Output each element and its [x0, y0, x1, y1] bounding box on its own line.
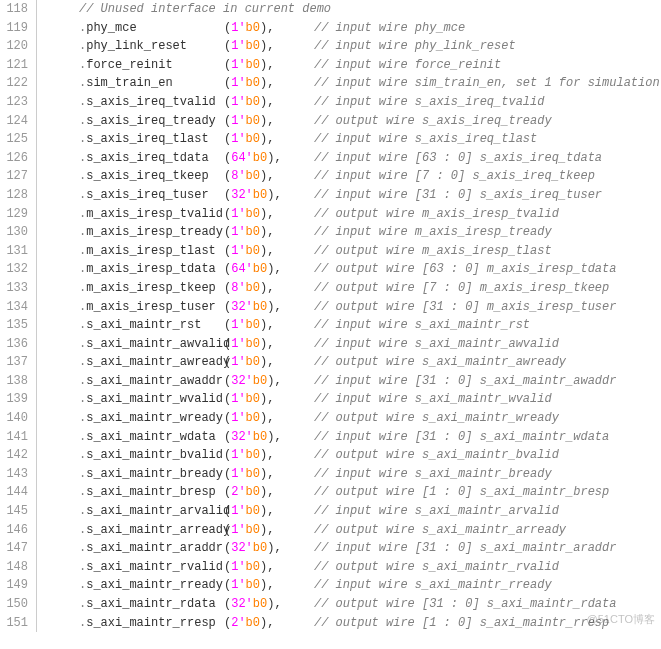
code-line: .s_axi_maintr_awready(1'b0),// output wi…: [41, 353, 661, 372]
literal-value: b0: [246, 411, 260, 425]
literal-value: b0: [246, 504, 260, 518]
comment: // input wire s_axi_maintr_wvalid: [314, 392, 552, 406]
line-number: 132: [0, 260, 28, 279]
port-name: s_axi_maintr_wvalid: [86, 390, 223, 409]
line-number: 146: [0, 521, 28, 540]
code-line: .s_axi_maintr_bresp(2'b0),// output wire…: [41, 483, 661, 502]
code-line: .s_axis_ireq_tready(1'b0),// output wire…: [41, 112, 661, 131]
comment: // output wire m_axis_iresp_tvalid: [314, 207, 559, 221]
line-number: 130: [0, 223, 28, 242]
literal-width: 64: [231, 151, 245, 165]
line-number: 129: [0, 205, 28, 224]
line-number: 126: [0, 149, 28, 168]
comment: // input wire s_axi_maintr_awvalid: [314, 337, 559, 351]
code-line: .s_axi_maintr_bvalid(1'b0),// output wir…: [41, 446, 661, 465]
literal-value: b0: [246, 132, 260, 146]
literal-width: 32: [231, 374, 245, 388]
comment: // output wire [31 : 0] s_axi_maintr_rda…: [314, 597, 616, 611]
code-line: .s_axi_maintr_rst(1'b0),// input wire s_…: [41, 316, 661, 335]
line-number: 123: [0, 93, 28, 112]
port-name: s_axi_maintr_bresp: [86, 483, 216, 502]
comment: // input wire s_axi_maintr_rst: [314, 318, 530, 332]
code-line: .s_axi_maintr_bready(1'b0),// input wire…: [41, 465, 661, 484]
line-number: 144: [0, 483, 28, 502]
line-number: 120: [0, 37, 28, 56]
literal-value: b0: [246, 95, 260, 109]
comment: // output wire [7 : 0] m_axis_iresp_tkee…: [314, 281, 609, 295]
literal-value: b0: [253, 262, 267, 276]
code-line: .m_axis_iresp_tready(1'b0),// input wire…: [41, 223, 661, 242]
port-name: phy_mce: [86, 19, 136, 38]
line-number: 143: [0, 465, 28, 484]
code-line: .s_axis_ireq_tuser(32'b0),// input wire …: [41, 186, 661, 205]
code-line: .s_axi_maintr_awaddr(32'b0),// input wir…: [41, 372, 661, 391]
line-number: 147: [0, 539, 28, 558]
code-line: .s_axi_maintr_wvalid(1'b0),// input wire…: [41, 390, 661, 409]
code-line: .s_axi_maintr_rready(1'b0),// input wire…: [41, 576, 661, 595]
literal-value: b0: [246, 560, 260, 574]
port-name: s_axi_maintr_awaddr: [86, 372, 223, 391]
literal-value: b0: [246, 578, 260, 592]
line-number: 128: [0, 186, 28, 205]
line-number: 122: [0, 74, 28, 93]
code-line: .s_axi_maintr_arvalid(1'b0),// input wir…: [41, 502, 661, 521]
literal-value: b0: [246, 467, 260, 481]
comment: // input wire m_axis_iresp_tready: [314, 225, 552, 239]
port-name: m_axis_iresp_tvalid: [86, 205, 223, 224]
comment: // output wire [1 : 0] s_axi_maintr_rres…: [314, 616, 609, 630]
line-number: 140: [0, 409, 28, 428]
literal-value: b0: [246, 58, 260, 72]
comment: // output wire s_axis_ireq_tready: [314, 114, 552, 128]
port-name: m_axis_iresp_tkeep: [86, 279, 216, 298]
literal-width: 32: [231, 597, 245, 611]
comment: // input wire s_axis_ireq_tvalid: [314, 95, 544, 109]
code-line: .s_axi_maintr_wready(1'b0),// output wir…: [41, 409, 661, 428]
literal-value: b0: [246, 392, 260, 406]
literal-value: b0: [246, 281, 260, 295]
literal-value: b0: [246, 337, 260, 351]
port-name: s_axi_maintr_awvalid: [86, 335, 230, 354]
line-number: 121: [0, 56, 28, 75]
literal-value: b0: [246, 21, 260, 35]
port-name: s_axi_maintr_bvalid: [86, 446, 223, 465]
port-name: s_axi_maintr_arvalid: [86, 502, 230, 521]
port-name: phy_link_reset: [86, 37, 187, 56]
line-number: 118: [0, 0, 28, 19]
comment: // input wire [31 : 0] s_axi_maintr_awad…: [314, 374, 616, 388]
line-number: 141: [0, 428, 28, 447]
code-line: .m_axis_iresp_tlast(1'b0),// output wire…: [41, 242, 661, 261]
comment: // output wire [1 : 0] s_axi_maintr_bres…: [314, 485, 609, 499]
comment: // output wire [63 : 0] m_axis_iresp_tda…: [314, 262, 616, 276]
code-line: .phy_mce(1'b0),// input wire phy_mce: [41, 19, 661, 38]
literal-value: b0: [253, 300, 267, 314]
literal-value: b0: [253, 597, 267, 611]
port-name: s_axis_ireq_tvalid: [86, 93, 216, 112]
port-name: s_axi_maintr_rready: [86, 576, 223, 595]
code-area: // Unused interface in current demo.phy_…: [37, 0, 661, 632]
literal-value: b0: [246, 114, 260, 128]
port-name: s_axi_maintr_rdata: [86, 595, 216, 614]
literal-value: b0: [246, 485, 260, 499]
line-number: 119: [0, 19, 28, 38]
port-name: s_axi_maintr_arready: [86, 521, 230, 540]
line-number: 151: [0, 614, 28, 633]
port-name: force_reinit: [86, 56, 172, 75]
literal-value: b0: [246, 355, 260, 369]
comment: // output wire s_axi_maintr_arready: [314, 523, 566, 537]
literal-width: 32: [231, 430, 245, 444]
code-line: .s_axi_maintr_rresp(2'b0),// output wire…: [41, 614, 661, 633]
comment: // input wire [31 : 0] s_axis_ireq_tuser: [314, 188, 602, 202]
code-line: .s_axi_maintr_rvalid(1'b0),// output wir…: [41, 558, 661, 577]
code-line: // Unused interface in current demo: [41, 0, 661, 19]
literal-value: b0: [253, 188, 267, 202]
comment: // input wire [31 : 0] s_axi_maintr_arad…: [314, 541, 616, 555]
code-line: .s_axis_ireq_tvalid(1'b0),// input wire …: [41, 93, 661, 112]
literal-value: b0: [246, 76, 260, 90]
code-line: .force_reinit(1'b0),// input wire force_…: [41, 56, 661, 75]
line-number: 124: [0, 112, 28, 131]
literal-value: b0: [246, 207, 260, 221]
comment: // input wire phy_mce: [314, 21, 465, 35]
port-name: sim_train_en: [86, 74, 172, 93]
code-line: .phy_link_reset(1'b0),// input wire phy_…: [41, 37, 661, 56]
code-line: .s_axi_maintr_wdata(32'b0),// input wire…: [41, 428, 661, 447]
